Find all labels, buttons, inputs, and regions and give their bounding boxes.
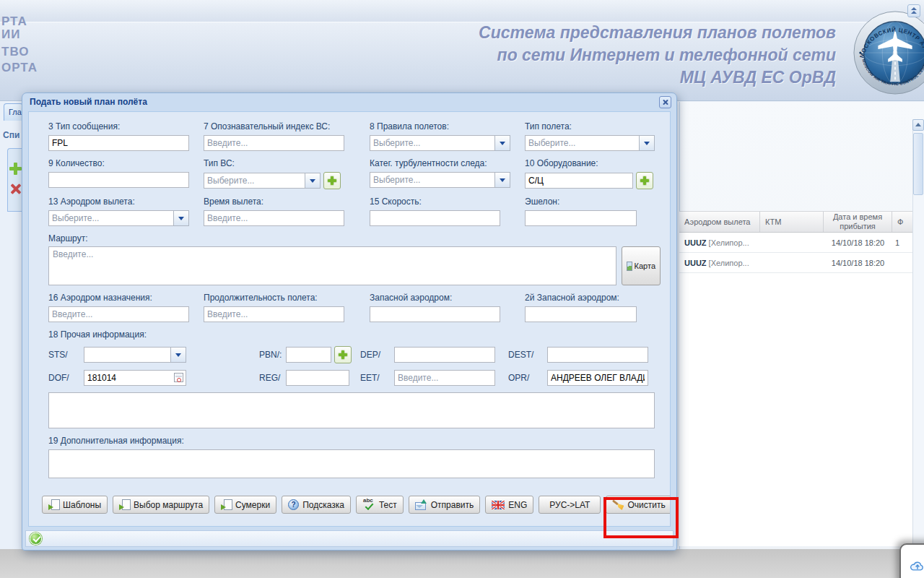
page-title-line: Система представления планов полетов xyxy=(479,22,836,44)
field-label: Тип ВС: xyxy=(204,158,344,168)
field-label: Тип полета: xyxy=(525,121,655,131)
table-row[interactable]: UUUZ [Хелипор... 14/10/18 18:20 1 xyxy=(679,233,912,253)
field-label: PBN/: xyxy=(259,350,286,360)
field-label: STS/ xyxy=(48,350,84,360)
page: РТА ИИ ТВО ОРТА Система представления пл… xyxy=(0,0,924,578)
second-alternate-aerodrome-input[interactable] xyxy=(525,306,637,322)
delete-icon[interactable] xyxy=(9,182,22,195)
column-header-departure[interactable]: Аэродром вылета xyxy=(679,212,760,232)
chevron-down-icon[interactable] xyxy=(639,135,655,151)
chevron-down-icon[interactable] xyxy=(173,210,189,226)
field-label: 13 Аэродром вылета: xyxy=(48,197,189,207)
alternate-aerodrome-input[interactable] xyxy=(370,306,500,322)
rus-lat-button[interactable]: РУС->LAT xyxy=(539,496,601,514)
eng-button[interactable]: ENG xyxy=(485,496,533,514)
destination-aerodrome-input[interactable] xyxy=(48,306,189,322)
header-left-fragment: ИИ xyxy=(1,27,20,42)
route-select-button[interactable]: Выбор маршрута xyxy=(113,496,209,514)
field-label: Время вылета: xyxy=(204,197,344,207)
plans-list-label-fragment: Спи xyxy=(3,130,19,140)
page-title-line: МЦ АУВД ЕС ОрВД xyxy=(479,66,836,89)
chevron-down-icon[interactable] xyxy=(305,173,321,189)
column-header-ktm[interactable]: КТМ xyxy=(760,212,824,232)
tab-main-fragment[interactable]: Гла xyxy=(4,103,23,121)
close-icon[interactable] xyxy=(659,96,671,108)
equipment-input[interactable] xyxy=(525,173,633,189)
field-label: 7 Опознавательный индекс ВС: xyxy=(204,121,344,131)
pbn-input[interactable] xyxy=(286,347,331,363)
eet-input[interactable] xyxy=(394,370,495,386)
level-input[interactable] xyxy=(525,210,637,226)
upload-popup[interactable] xyxy=(899,543,924,578)
chevron-down-icon[interactable] xyxy=(494,135,510,151)
dof-input[interactable] xyxy=(84,370,186,386)
dep-input[interactable] xyxy=(394,347,495,363)
field-label: 8 Правила полетов: xyxy=(370,121,510,131)
other-info-textarea[interactable] xyxy=(48,392,655,428)
plus-icon xyxy=(328,176,336,185)
flight-rules-select[interactable] xyxy=(370,135,494,151)
field-label: 9 Количество: xyxy=(48,158,189,168)
document-icon xyxy=(119,499,130,511)
test-button[interactable]: Тест xyxy=(356,496,404,514)
column-header-arrival[interactable]: Дата и время прибытия xyxy=(824,212,892,232)
aircraft-type-select[interactable] xyxy=(204,173,305,189)
opr-input[interactable] xyxy=(547,370,648,386)
additional-info-label: 19 Дополнительная информация: xyxy=(29,436,670,446)
clear-button[interactable]: Очистить xyxy=(606,496,671,514)
field-label: OPR/ xyxy=(508,373,547,383)
flight-duration-input[interactable] xyxy=(204,306,344,322)
dest-input[interactable] xyxy=(547,347,648,363)
sts-select[interactable] xyxy=(84,347,170,363)
uk-flag-icon xyxy=(492,501,505,509)
aircraft-id-input[interactable] xyxy=(204,135,344,151)
dialog-status-bar xyxy=(25,530,674,547)
departure-time-input[interactable] xyxy=(204,210,344,226)
add-equipment-button[interactable] xyxy=(636,172,653,189)
scroll-up-icon[interactable] xyxy=(912,119,924,131)
speed-input[interactable] xyxy=(370,210,500,226)
map-button-label: Карта xyxy=(635,262,655,270)
chevron-down-icon[interactable] xyxy=(494,172,510,188)
add-icon[interactable] xyxy=(9,162,22,175)
scrollbar-thumb[interactable] xyxy=(913,133,923,195)
background-toolbar xyxy=(7,148,23,212)
calendar-icon[interactable] xyxy=(174,373,183,382)
reg-input[interactable] xyxy=(286,370,349,386)
cell-departure: UUUZ [Хелипор... xyxy=(679,238,760,247)
top-band xyxy=(0,0,924,22)
additional-info-textarea[interactable] xyxy=(48,449,655,478)
map-icon xyxy=(627,262,632,271)
field-label: DEST/ xyxy=(508,350,547,360)
add-pbn-button[interactable] xyxy=(334,346,352,363)
field-label: Катег. турбулентности следа: xyxy=(370,158,510,168)
dialog-body: 3 Тип сообщения: 7 Опознавательный индек… xyxy=(28,111,671,527)
number-input[interactable] xyxy=(48,172,189,188)
field-label: Продолжительность полета: xyxy=(204,293,344,303)
add-aircraft-type-button[interactable] xyxy=(323,172,341,189)
help-icon xyxy=(288,499,299,510)
mc-auvd-logo: МОСКОВСКИЙ ЦЕНТР АУВД MOSCOW AIR TRAFFIC… xyxy=(853,10,924,95)
message-type-input[interactable] xyxy=(48,135,189,151)
cell-arrival: 14/10/18 18:20 xyxy=(824,238,892,247)
chevron-down-icon[interactable] xyxy=(170,347,186,363)
field-label: Запасной аэродром: xyxy=(370,293,510,303)
header-left-fragment: ТВО xyxy=(1,45,29,59)
flight-type-select[interactable] xyxy=(525,135,639,151)
hint-button[interactable]: Подсказка xyxy=(282,496,351,514)
departure-aerodrome-select[interactable] xyxy=(48,210,173,226)
field-label: 2й Запасной аэродром: xyxy=(525,293,655,303)
chevron-double-up-icon[interactable] xyxy=(907,4,920,17)
field-label: 10 Оборудование: xyxy=(525,158,655,168)
send-button[interactable]: Отправить xyxy=(409,496,481,514)
field-label: DEP/ xyxy=(360,350,394,360)
column-header-f[interactable]: Ф xyxy=(892,212,912,232)
cell-f: 1 xyxy=(892,238,912,247)
templates-button[interactable]: Шаблоны xyxy=(42,496,108,514)
turbulence-category-select[interactable] xyxy=(370,172,494,188)
map-button[interactable]: Карта xyxy=(622,246,661,285)
twilight-button[interactable]: Сумерки xyxy=(214,496,276,514)
field-label: 16 Аэродром назначения: xyxy=(48,293,189,303)
route-textarea[interactable] xyxy=(48,246,616,285)
table-row[interactable]: UUUZ [Хелипор... 14/10/18 18:20 xyxy=(679,253,912,273)
